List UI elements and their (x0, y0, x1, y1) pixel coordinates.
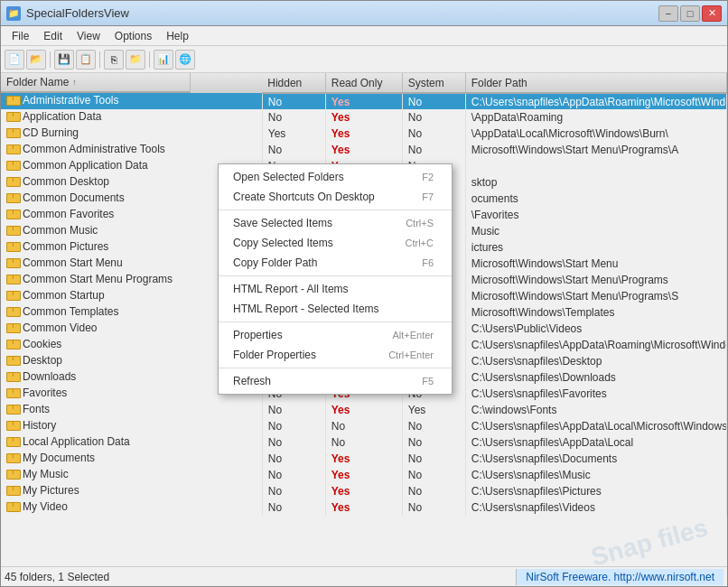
cell-readonly: Yes (325, 467, 402, 483)
toolbar-report[interactable]: 📊 (154, 50, 173, 70)
ctx-item-6[interactable]: HTML Report - Selected Items (219, 299, 452, 319)
cell-name: My Music (1, 467, 262, 483)
menu-edit[interactable]: Edit (36, 28, 70, 44)
table-row[interactable]: Common Administrative ToolsNoYesNoMicros… (1, 142, 727, 158)
menu-options[interactable]: Options (107, 28, 159, 44)
cell-name: My Pictures (1, 483, 262, 499)
toolbar-open[interactable]: 📂 (26, 50, 46, 70)
table-row[interactable]: FontsNoYesYesC:\windows\Fonts (1, 402, 727, 418)
toolbar-folder[interactable]: 📁 (126, 50, 145, 70)
cell-system: No (402, 418, 465, 434)
table-row[interactable]: Administrative ToolsNoYesNoC:\Users\snap… (1, 93, 727, 109)
ctx-item-shortcut: Alt+Enter (392, 330, 434, 340)
maximize-button[interactable]: □ (680, 5, 700, 22)
cell-hidden: No (262, 499, 325, 516)
table-row[interactable]: CD BurningYesYesNo\AppData\Local\Microso… (1, 126, 727, 142)
cell-path: C:\Users\snapfiles\Desktop (465, 353, 726, 369)
ctx-item-3[interactable]: Copy Selected ItemsCtrl+C (219, 233, 452, 253)
ctx-separator (219, 321, 452, 322)
cell-path: C:\windows\Fonts (465, 402, 726, 418)
table-row[interactable]: Application DataNoYesNo\AppData\Roaming (1, 109, 727, 126)
ctx-item-label: Refresh (233, 375, 271, 387)
table-row[interactable]: My DocumentsNoYesNoC:\Users\snapfiles\Do… (1, 451, 727, 467)
cell-path: C:\Users\Public\Videos (465, 321, 726, 337)
ctx-item-2[interactable]: Save Selected ItemsCtrl+S (219, 213, 452, 233)
cell-hidden: No (262, 142, 325, 158)
cell-system: No (402, 499, 465, 516)
cell-path: Music (465, 223, 726, 239)
cell-readonly: Yes (325, 109, 402, 126)
cell-hidden: No (262, 451, 325, 467)
menu-view[interactable]: View (70, 28, 107, 44)
status-bar: 45 folders, 1 Selected NirSoft Freeware.… (1, 566, 727, 586)
cell-path: C:\Users\snapfiles\Favorites (465, 386, 726, 402)
toolbar-save[interactable]: 💾 (54, 50, 74, 70)
col-header-name[interactable]: Folder Name ↑ (1, 73, 191, 93)
toolbar-save2[interactable]: 📋 (76, 50, 96, 70)
menu-help[interactable]: Help (159, 28, 196, 44)
ctx-item-4[interactable]: Copy Folder PathF6 (219, 253, 452, 273)
close-button[interactable]: ✕ (702, 5, 722, 22)
cell-hidden: No (262, 434, 325, 451)
toolbar-separator-3 (149, 51, 150, 68)
ctx-item-label: Folder Properties (233, 349, 316, 361)
context-menu: Open Selected FoldersF2Create Shortcuts … (218, 163, 453, 395)
cell-readonly: Yes (325, 499, 402, 516)
cell-name: Local Application Data (1, 434, 262, 451)
table-container[interactable]: Snap files Folder Name ↑ Hidden Read Onl… (1, 73, 727, 566)
toolbar-separator-2 (99, 51, 100, 68)
status-left: 45 folders, 1 Selected (5, 571, 516, 583)
ctx-item-8[interactable]: Folder PropertiesCtrl+Enter (219, 345, 452, 365)
window-title: SpecialFoldersView (26, 6, 129, 20)
table-row[interactable]: My MusicNoYesNoC:\Users\snapfiles\Music (1, 467, 727, 483)
cell-name: Common Administrative Tools (1, 142, 262, 158)
cell-readonly: Yes (325, 93, 402, 109)
ctx-item-shortcut: Ctrl+Enter (388, 349, 434, 360)
cell-path: sktop (465, 174, 726, 191)
toolbar-new[interactable]: 📄 (5, 50, 24, 70)
ctx-item-1[interactable]: Create Shortcuts On DesktopF7 (219, 187, 452, 207)
ctx-item-0[interactable]: Open Selected FoldersF2 (219, 167, 452, 187)
table-row[interactable]: HistoryNoNoNoC:\Users\snapfiles\AppData\… (1, 418, 727, 434)
cell-name: Administrative Tools (1, 93, 262, 109)
ctx-item-label: Copy Folder Path (233, 256, 317, 269)
ctx-item-7[interactable]: PropertiesAlt+Enter (219, 325, 452, 345)
toolbar: 📄 📂 💾 📋 ⎘ 📁 📊 🌐 (1, 46, 727, 73)
ctx-item-9[interactable]: RefreshF5 (219, 371, 452, 391)
cell-readonly: Yes (325, 142, 402, 158)
ctx-item-label: Save Selected Items (233, 217, 332, 229)
menu-file[interactable]: File (5, 28, 36, 44)
table-row[interactable]: My PicturesNoYesNoC:\Users\snapfiles\Pic… (1, 483, 727, 499)
cell-name: Fonts (1, 402, 262, 418)
cell-path: Microsoft\Windows\Start Menu (465, 256, 726, 272)
cell-readonly: No (325, 418, 402, 434)
cell-name: History (1, 418, 262, 434)
cell-hidden: No (262, 418, 325, 434)
table-row[interactable]: My VideoNoYesNoC:\Users\snapfiles\Videos (1, 499, 727, 516)
toolbar-web[interactable]: 🌐 (175, 50, 195, 70)
cell-readonly: Yes (325, 483, 402, 499)
cell-path: C:\Users\snapfiles\Documents (465, 451, 726, 467)
toolbar-copy[interactable]: ⎘ (104, 50, 124, 70)
cell-system: No (402, 142, 465, 158)
ctx-item-label: HTML Report - Selected Items (233, 303, 379, 315)
col-header-hidden[interactable]: Hidden (262, 73, 325, 93)
minimize-button[interactable]: − (658, 5, 678, 22)
cell-path: Microsoft\Windows\Start Menu\Programs\A (465, 142, 726, 158)
cell-name: Application Data (1, 109, 262, 126)
col-header-path[interactable]: Folder Path (465, 73, 726, 93)
main-window: 📁 SpecialFoldersView − □ ✕ File Edit Vie… (0, 0, 728, 587)
cell-path: Microsoft\Windows\Start Menu\Programs\S (465, 288, 726, 304)
cell-hidden: No (262, 109, 325, 126)
table-row[interactable]: Local Application DataNoNoNoC:\Users\sna… (1, 434, 727, 451)
toolbar-separator-1 (50, 51, 51, 68)
cell-system: No (402, 126, 465, 142)
ctx-item-5[interactable]: HTML Report - All Items (219, 279, 452, 299)
ctx-separator (219, 275, 452, 276)
cell-hidden: No (262, 467, 325, 483)
col-header-system[interactable]: System (402, 73, 465, 93)
cell-hidden: No (262, 483, 325, 499)
status-right: NirSoft Freeware. http://www.nirsoft.net (516, 569, 723, 585)
cell-system: No (402, 434, 465, 451)
col-header-readonly[interactable]: Read Only (325, 73, 402, 93)
